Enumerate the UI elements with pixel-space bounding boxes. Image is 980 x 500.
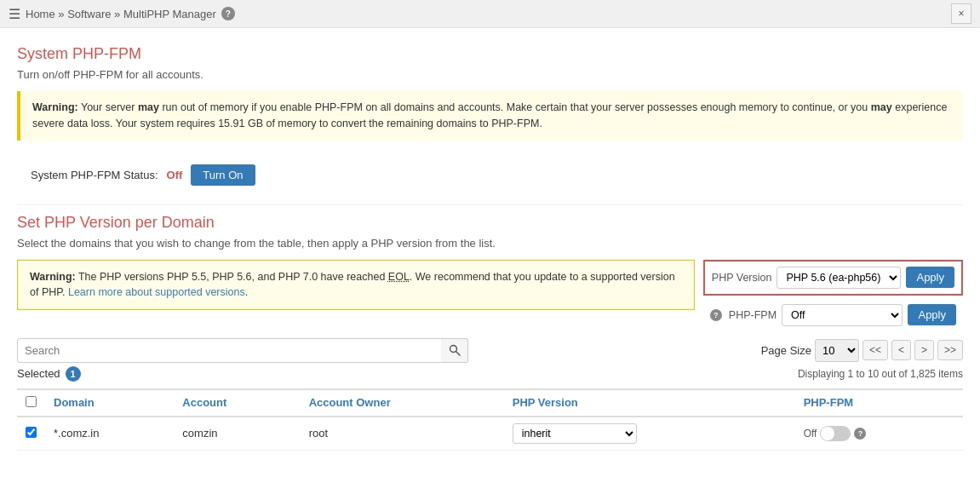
apply-version-button[interactable]: Apply	[906, 267, 954, 288]
search-icon	[449, 344, 461, 356]
search-controls-row: Page Size 10 25 50 100 << < > >>	[17, 338, 963, 363]
turn-on-button[interactable]: Turn On	[191, 164, 255, 186]
page-size-row: Page Size 10 25 50 100 << < > >>	[761, 339, 963, 362]
table-wrap: Domain Account Account Owner PHP Version…	[17, 388, 963, 451]
breadcrumb-home[interactable]: Home	[26, 8, 55, 20]
page-size-select[interactable]: 10 25 50 100	[815, 339, 859, 362]
php-version-label: PHP Version	[712, 272, 772, 284]
selected-label: Selected	[17, 367, 60, 380]
row-php-version-select[interactable]: inherit PHP 5.6 (ea-php56) PHP 7.4 (ea-p…	[513, 423, 637, 444]
phpfpm-select[interactable]: Off On	[782, 304, 903, 326]
toggle-off-wrap: Off ?	[804, 426, 868, 441]
items-count: Displaying 1 to 10 out of 1,825 items	[798, 368, 963, 380]
col-header-php-version: PHP Version	[504, 389, 795, 417]
search-input-wrap	[17, 338, 468, 363]
breadcrumb: Home » Software » MultiPHP Manager	[26, 8, 216, 20]
toggle-off-label: Off	[804, 428, 817, 440]
row-php-fpm: Off ?	[795, 417, 963, 451]
close-button[interactable]: ×	[951, 3, 971, 24]
page-size-label: Page Size	[761, 344, 811, 357]
svg-line-1	[456, 352, 460, 356]
php-version-select[interactable]: PHP 5.6 (ea-php56) PHP 5.5 (ea-php55) PH…	[777, 267, 901, 289]
main-content: System PHP-FPM Turn on/off PHP-FPM for a…	[0, 28, 980, 500]
row-php-version: inherit PHP 5.6 (ea-php56) PHP 7.4 (ea-p…	[504, 417, 795, 451]
col-header-account-owner: Account Owner	[301, 389, 504, 417]
help-icon[interactable]: ?	[221, 7, 235, 20]
search-button[interactable]	[441, 338, 468, 363]
section-php-version: Set PHP Version per Domain Select the do…	[17, 214, 963, 451]
section2-subtitle: Select the domains that you wish to chan…	[17, 237, 963, 250]
search-input[interactable]	[17, 338, 468, 363]
toggle-help-icon[interactable]: ?	[854, 428, 866, 440]
table-row: *.comz.in comzin root inherit PHP 5.6 (e…	[17, 417, 963, 451]
hamburger-menu[interactable]: ☰	[9, 6, 20, 22]
breadcrumb-software[interactable]: Software	[67, 8, 111, 20]
controls-row: Warning: The PHP versions PHP 5.5, PHP 5…	[17, 260, 963, 330]
warning-box-memory: Warning: Your server may run out of memo…	[17, 91, 963, 141]
phpfpm-label: PHP-FPM	[729, 309, 777, 321]
selected-badge: 1	[66, 366, 81, 382]
pagination-last[interactable]: >>	[937, 340, 963, 360]
warning-may1: may	[138, 101, 159, 113]
right-controls: PHP Version PHP 5.6 (ea-php56) PHP 5.5 (…	[703, 260, 963, 330]
left-warning: Warning: The PHP versions PHP 5.5, PHP 5…	[17, 260, 695, 311]
col-header-php-fpm: PHP-FPM	[795, 389, 963, 417]
php-version-row: PHP Version PHP 5.6 (ea-php56) PHP 5.5 (…	[703, 260, 963, 296]
top-bar: ☰ Home » Software » MultiPHP Manager ? ×	[0, 0, 980, 28]
warning-box-eol: Warning: The PHP versions PHP 5.5, PHP 5…	[17, 260, 695, 311]
section1-title: System PHP-FPM	[17, 45, 963, 63]
php-fpm-row: ? PHP-FPM Off On Apply	[703, 301, 963, 330]
col-header-domain: Domain	[45, 389, 174, 417]
row-account: comzin	[174, 417, 300, 451]
warning-may2: may	[871, 101, 892, 113]
warning2-bold: Warning:	[30, 271, 76, 283]
pagination-prev[interactable]: <	[891, 340, 911, 360]
learn-more-link[interactable]: Learn more about supported versions	[68, 286, 245, 298]
status-row: System PHP-FPM Status: Off Turn On	[17, 154, 963, 196]
section-system-phpfpm: System PHP-FPM Turn on/off PHP-FPM for a…	[17, 45, 963, 196]
section-divider	[17, 204, 963, 205]
pagination-next[interactable]: >	[914, 340, 934, 360]
phpfpm-help-icon[interactable]: ?	[710, 309, 722, 321]
breadcrumb-current: MultiPHP Manager	[123, 8, 216, 20]
section2-title: Set PHP Version per Domain	[17, 214, 963, 232]
select-all-checkbox[interactable]	[26, 396, 37, 407]
warning-bold: Warning:	[32, 101, 78, 113]
col-header-account: Account	[174, 389, 300, 417]
row-domain: *.comz.in	[45, 417, 174, 451]
toggle-knob	[821, 427, 834, 440]
pagination-first[interactable]: <<	[863, 340, 888, 360]
row-checkbox[interactable]	[26, 427, 37, 438]
col-header-checkbox	[17, 389, 45, 417]
section1-subtitle: Turn on/off PHP-FPM for all accounts.	[17, 68, 963, 81]
selected-row: Selected 1	[17, 366, 81, 382]
eol-abbr: EOL	[388, 271, 410, 283]
status-value: Off	[167, 169, 183, 181]
apply-fpm-button[interactable]: Apply	[908, 304, 956, 325]
row-checkbox-cell	[17, 417, 45, 451]
toggle-track[interactable]	[820, 426, 851, 441]
row-account-owner: root	[301, 417, 504, 451]
domains-table: Domain Account Account Owner PHP Version…	[17, 388, 963, 451]
status-label: System PHP-FPM Status:	[31, 169, 158, 181]
